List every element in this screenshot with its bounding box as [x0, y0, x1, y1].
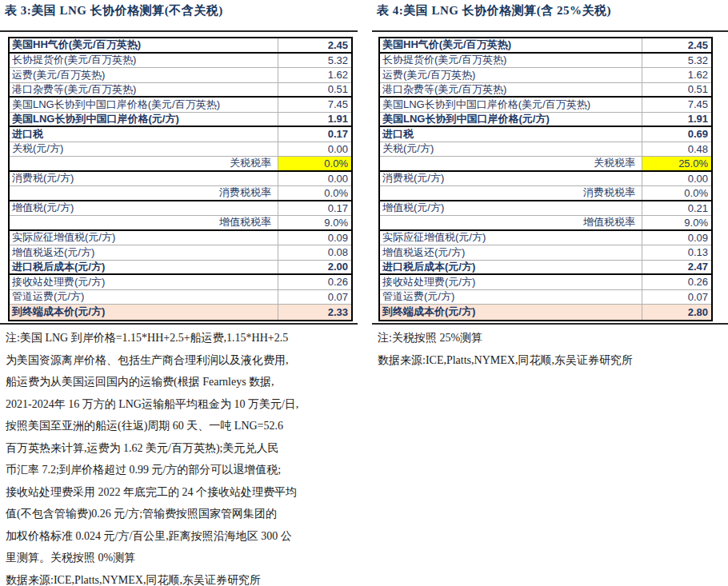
- row-value: 5.32: [642, 54, 711, 68]
- table-row: 消费税税率0.0%: [380, 186, 711, 201]
- table-row: 美国HH气价(美元/百万英热)2.45: [10, 38, 351, 54]
- row-label: 增值税(元/方): [380, 201, 642, 215]
- table4-notes: 注:关税按照 25%测算数据来源:ICE,Platts,NYMEX,同花顺,东吴…: [378, 327, 725, 371]
- row-label: 消费税(元/方): [10, 171, 278, 185]
- note-line: 注:关税按照 25%测算: [378, 327, 725, 349]
- row-label: 关税(元/方): [380, 142, 642, 156]
- row-label: 美国LNG长协到中国口岸价格(元/方): [380, 112, 642, 126]
- row-value: 7.45: [642, 98, 711, 112]
- table-row: 管道运费(元/方)0.07: [10, 290, 351, 305]
- row-value: 9.0%: [278, 216, 351, 229]
- table-row: 运费(美元/百万英热)1.62: [380, 68, 711, 83]
- row-label: 消费税税率: [380, 185, 642, 200]
- row-label: 接收站处理费(元/方): [380, 275, 642, 289]
- row-value: 2.33: [278, 305, 351, 320]
- row-value: 0.0%: [642, 186, 711, 200]
- table3-panel: 表 3:美国 LNG 长协价格测算(不含关税) 美国HH气价(美元/百万英热)2…: [0, 0, 364, 586]
- row-label: 港口杂费等(美元/百万英热): [10, 82, 278, 97]
- note-line: 2021-2024年 16 万方的 LNG运输船平均租金为 10 万美元/日,: [6, 393, 361, 416]
- row-label: 管道运费(元/方): [380, 289, 642, 304]
- row-value: 0.26: [642, 275, 711, 289]
- row-value: 2.45: [642, 38, 711, 52]
- note-line: 数据来源:ICE,Platts,NYMEX,同花顺,东吴证券研究所: [6, 569, 361, 586]
- table3-title: 表 3:美国 LNG 长协价格测算(不含关税): [5, 3, 223, 18]
- table-row: 进口税后成本(元/方)2.47: [380, 261, 711, 276]
- row-value: 1.91: [278, 113, 351, 126]
- table-row: 增值税(元/方)0.17: [10, 201, 351, 217]
- row-label: 港口杂费等(美元/百万英热): [380, 82, 642, 97]
- table4-panel: 表 4:美国 LNG 长协价格测算(含 25%关税) 美国HH气价(美元/百万英…: [372, 0, 728, 586]
- row-value: 0.51: [278, 83, 351, 97]
- table-row: 关税税率0.0%: [10, 157, 351, 172]
- table-row: 实际应征增值税(元/方)0.09: [10, 231, 351, 246]
- row-label: 增值税返还(元/方): [10, 245, 278, 260]
- table3-top-rule: [0, 30, 358, 32]
- table-row: 进口税0.17: [10, 127, 351, 142]
- note-line: 值(不包含管输费)0.26 元/方;管输费按照国家管网集团的: [6, 503, 361, 525]
- row-value: 0.08: [278, 245, 351, 260]
- row-label: 管道运费(元/方): [10, 289, 278, 304]
- table-row: 长协提货价(美元/百万英热)5.32: [10, 54, 351, 69]
- row-label: 长协提货价(美元/百万英热): [380, 53, 642, 67]
- row-value: 2.00: [278, 261, 351, 274]
- row-label: 进口税后成本(元/方): [10, 260, 278, 274]
- row-value: 0.21: [642, 201, 711, 216]
- note-line: 接收站处理费采用 2022 年底完工的 24 个接收站处理费平均: [6, 481, 361, 504]
- table-row: 消费税(元/方)0.00: [10, 172, 351, 187]
- row-label: 关税(元/方): [10, 142, 278, 156]
- table3-notes: 注:美国 LNG 到岸价格=1.15*HH+2.5+船运费,1.15*HH+2.…: [6, 327, 361, 586]
- row-value: 1.91: [642, 113, 711, 126]
- table-row: 接收站处理费(元/方)0.26: [10, 275, 351, 290]
- table3-bottom-rule: [0, 323, 358, 325]
- row-label: 增值税返还(元/方): [380, 245, 642, 260]
- table-row: 增值税返还(元/方)0.08: [10, 245, 351, 261]
- table-row: 消费税(元/方)0.00: [380, 172, 711, 187]
- table4-title: 表 4:美国 LNG 长协价格测算(含 25%关税): [377, 3, 611, 18]
- row-label: 进口税: [10, 127, 278, 142]
- table-row: 增值税(元/方)0.21: [380, 201, 711, 217]
- row-label: 关税税率: [10, 156, 278, 170]
- table4-calc-table: 美国HH气价(美元/百万英热)2.45长协提货价(美元/百万英热)5.32运费(…: [378, 37, 713, 321]
- note-line: 注:美国 LNG 到岸价格=1.15*HH+2.5+船运费,1.15*HH+2.…: [6, 327, 361, 349]
- note-line: 币汇率 7.2;到岸价格超过 0.99 元/方的部分可以退增值税;: [6, 459, 361, 481]
- table-row: 美国LNG长协到中国口岸价格(元/方)1.91: [380, 113, 711, 128]
- row-label: 运费(美元/百万英热): [380, 68, 642, 82]
- row-value: 0.09: [642, 231, 711, 245]
- row-label: 实际应征增值税(元/方): [380, 230, 642, 245]
- table-row: 港口杂费等(美元/百万英热)0.51: [380, 83, 711, 98]
- row-value: 0.26: [278, 275, 351, 289]
- row-value: 0.13: [642, 245, 711, 260]
- row-value: 0.09: [278, 231, 351, 245]
- row-label: 美国LNG长协到中国口岸价格(元/方): [10, 112, 278, 126]
- row-label: 长协提货价(美元/百万英热): [10, 53, 278, 67]
- row-value: 0.07: [642, 290, 711, 305]
- row-label: 消费税税率: [10, 185, 278, 200]
- row-value: 2.80: [642, 305, 711, 320]
- row-label: 运费(美元/百万英热): [10, 68, 278, 82]
- table-row: 关税(元/方)0.00: [10, 142, 351, 157]
- table-row: 长协提货价(美元/百万英热)5.32: [380, 54, 711, 69]
- row-value: 0.00: [642, 172, 711, 186]
- row-value: 0.00: [278, 142, 351, 157]
- table-row: 美国HH气价(美元/百万英热)2.45: [380, 38, 711, 54]
- row-label: 美国LNG长协到中国口岸价格(美元/百万英热): [10, 98, 278, 112]
- row-value: 0.51: [642, 83, 711, 97]
- row-value: 2.45: [278, 38, 351, 52]
- table4-bottom-rule: [372, 323, 728, 325]
- table-row: 美国LNG长协到中国口岸价格(美元/百万英热)7.45: [380, 98, 711, 113]
- table-row: 接收站处理费(元/方)0.26: [380, 275, 711, 290]
- row-value: 1.62: [278, 68, 351, 82]
- row-label: 实际应征增值税(元/方): [10, 230, 278, 245]
- table-row: 增值税返还(元/方)0.13: [380, 245, 711, 261]
- row-label: 美国HH气价(美元/百万英热): [10, 38, 278, 52]
- note-line: 船运费为从美国运回国内的运输费(根据 Fearnleys 数据,: [6, 371, 361, 393]
- row-value: 5.32: [278, 54, 351, 68]
- table-row: 增值税税率9.0%: [380, 216, 711, 231]
- row-value: 0.0%: [278, 157, 351, 170]
- row-label: 到终端成本价(元/方): [380, 305, 642, 319]
- note-line: 百万英热来计算,运费为 1.62 美元/百万英热);美元兑人民: [6, 437, 361, 460]
- row-label: 接收站处理费(元/方): [10, 275, 278, 289]
- note-line: 按照美国至亚洲的船运(往返)周期 60 天、一吨 LNG=52.6: [6, 415, 361, 437]
- row-value: 0.17: [278, 201, 351, 216]
- table-row: 进口税后成本(元/方)2.00: [10, 261, 351, 276]
